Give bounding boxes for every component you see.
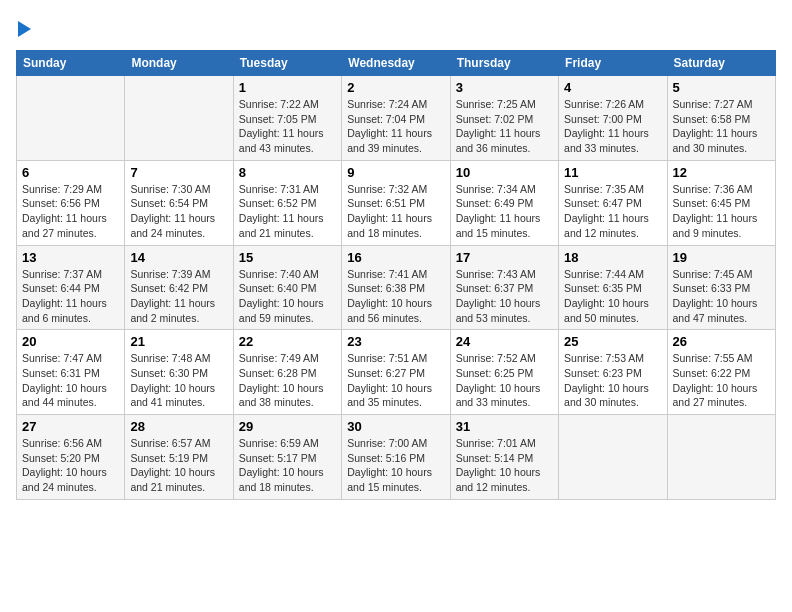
day-number: 27 xyxy=(22,419,119,434)
day-info: Sunrise: 7:48 AMSunset: 6:30 PMDaylight:… xyxy=(130,351,227,410)
day-info: Sunrise: 7:01 AMSunset: 5:14 PMDaylight:… xyxy=(456,436,553,495)
day-number: 31 xyxy=(456,419,553,434)
day-info: Sunrise: 7:35 AMSunset: 6:47 PMDaylight:… xyxy=(564,182,661,241)
calendar-cell: 31Sunrise: 7:01 AMSunset: 5:14 PMDayligh… xyxy=(450,415,558,500)
day-number: 21 xyxy=(130,334,227,349)
calendar-cell: 25Sunrise: 7:53 AMSunset: 6:23 PMDayligh… xyxy=(559,330,667,415)
day-info: Sunrise: 7:22 AMSunset: 7:05 PMDaylight:… xyxy=(239,97,336,156)
day-number: 3 xyxy=(456,80,553,95)
logo-text xyxy=(16,16,31,38)
calendar-week-2: 6Sunrise: 7:29 AMSunset: 6:56 PMDaylight… xyxy=(17,160,776,245)
calendar-cell: 8Sunrise: 7:31 AMSunset: 6:52 PMDaylight… xyxy=(233,160,341,245)
day-info: Sunrise: 7:30 AMSunset: 6:54 PMDaylight:… xyxy=(130,182,227,241)
calendar-week-3: 13Sunrise: 7:37 AMSunset: 6:44 PMDayligh… xyxy=(17,245,776,330)
calendar-cell: 20Sunrise: 7:47 AMSunset: 6:31 PMDayligh… xyxy=(17,330,125,415)
calendar-cell: 14Sunrise: 7:39 AMSunset: 6:42 PMDayligh… xyxy=(125,245,233,330)
calendar-cell: 26Sunrise: 7:55 AMSunset: 6:22 PMDayligh… xyxy=(667,330,775,415)
day-info: Sunrise: 7:44 AMSunset: 6:35 PMDaylight:… xyxy=(564,267,661,326)
day-number: 15 xyxy=(239,250,336,265)
calendar-cell: 30Sunrise: 7:00 AMSunset: 5:16 PMDayligh… xyxy=(342,415,450,500)
calendar-week-4: 20Sunrise: 7:47 AMSunset: 6:31 PMDayligh… xyxy=(17,330,776,415)
day-info: Sunrise: 7:45 AMSunset: 6:33 PMDaylight:… xyxy=(673,267,770,326)
day-number: 25 xyxy=(564,334,661,349)
day-number: 22 xyxy=(239,334,336,349)
calendar-cell: 6Sunrise: 7:29 AMSunset: 6:56 PMDaylight… xyxy=(17,160,125,245)
day-number: 16 xyxy=(347,250,444,265)
day-info: Sunrise: 7:34 AMSunset: 6:49 PMDaylight:… xyxy=(456,182,553,241)
col-header-wednesday: Wednesday xyxy=(342,51,450,76)
calendar-cell: 15Sunrise: 7:40 AMSunset: 6:40 PMDayligh… xyxy=(233,245,341,330)
day-number: 1 xyxy=(239,80,336,95)
calendar-cell xyxy=(17,76,125,161)
day-number: 24 xyxy=(456,334,553,349)
day-number: 18 xyxy=(564,250,661,265)
calendar-cell: 12Sunrise: 7:36 AMSunset: 6:45 PMDayligh… xyxy=(667,160,775,245)
calendar-cell: 23Sunrise: 7:51 AMSunset: 6:27 PMDayligh… xyxy=(342,330,450,415)
day-number: 5 xyxy=(673,80,770,95)
day-info: Sunrise: 7:36 AMSunset: 6:45 PMDaylight:… xyxy=(673,182,770,241)
calendar-cell: 27Sunrise: 6:56 AMSunset: 5:20 PMDayligh… xyxy=(17,415,125,500)
day-info: Sunrise: 6:57 AMSunset: 5:19 PMDaylight:… xyxy=(130,436,227,495)
day-number: 9 xyxy=(347,165,444,180)
day-number: 8 xyxy=(239,165,336,180)
calendar-cell: 17Sunrise: 7:43 AMSunset: 6:37 PMDayligh… xyxy=(450,245,558,330)
day-number: 4 xyxy=(564,80,661,95)
day-info: Sunrise: 7:00 AMSunset: 5:16 PMDaylight:… xyxy=(347,436,444,495)
col-header-sunday: Sunday xyxy=(17,51,125,76)
day-number: 26 xyxy=(673,334,770,349)
day-number: 23 xyxy=(347,334,444,349)
calendar-cell: 1Sunrise: 7:22 AMSunset: 7:05 PMDaylight… xyxy=(233,76,341,161)
day-number: 13 xyxy=(22,250,119,265)
calendar-cell: 21Sunrise: 7:48 AMSunset: 6:30 PMDayligh… xyxy=(125,330,233,415)
day-number: 7 xyxy=(130,165,227,180)
day-info: Sunrise: 7:39 AMSunset: 6:42 PMDaylight:… xyxy=(130,267,227,326)
day-info: Sunrise: 7:31 AMSunset: 6:52 PMDaylight:… xyxy=(239,182,336,241)
day-number: 11 xyxy=(564,165,661,180)
day-info: Sunrise: 7:43 AMSunset: 6:37 PMDaylight:… xyxy=(456,267,553,326)
logo-arrow-icon xyxy=(18,21,31,37)
page-header xyxy=(16,16,776,38)
day-number: 30 xyxy=(347,419,444,434)
day-number: 12 xyxy=(673,165,770,180)
calendar-cell: 5Sunrise: 7:27 AMSunset: 6:58 PMDaylight… xyxy=(667,76,775,161)
calendar-cell: 3Sunrise: 7:25 AMSunset: 7:02 PMDaylight… xyxy=(450,76,558,161)
calendar-week-1: 1Sunrise: 7:22 AMSunset: 7:05 PMDaylight… xyxy=(17,76,776,161)
day-info: Sunrise: 7:24 AMSunset: 7:04 PMDaylight:… xyxy=(347,97,444,156)
calendar-cell: 16Sunrise: 7:41 AMSunset: 6:38 PMDayligh… xyxy=(342,245,450,330)
day-info: Sunrise: 6:56 AMSunset: 5:20 PMDaylight:… xyxy=(22,436,119,495)
day-number: 28 xyxy=(130,419,227,434)
calendar-cell xyxy=(559,415,667,500)
day-number: 6 xyxy=(22,165,119,180)
day-info: Sunrise: 7:53 AMSunset: 6:23 PMDaylight:… xyxy=(564,351,661,410)
day-info: Sunrise: 7:47 AMSunset: 6:31 PMDaylight:… xyxy=(22,351,119,410)
col-header-tuesday: Tuesday xyxy=(233,51,341,76)
calendar-cell: 18Sunrise: 7:44 AMSunset: 6:35 PMDayligh… xyxy=(559,245,667,330)
calendar-cell: 4Sunrise: 7:26 AMSunset: 7:00 PMDaylight… xyxy=(559,76,667,161)
day-info: Sunrise: 7:40 AMSunset: 6:40 PMDaylight:… xyxy=(239,267,336,326)
calendar-cell: 24Sunrise: 7:52 AMSunset: 6:25 PMDayligh… xyxy=(450,330,558,415)
day-info: Sunrise: 7:29 AMSunset: 6:56 PMDaylight:… xyxy=(22,182,119,241)
day-info: Sunrise: 7:32 AMSunset: 6:51 PMDaylight:… xyxy=(347,182,444,241)
day-info: Sunrise: 7:27 AMSunset: 6:58 PMDaylight:… xyxy=(673,97,770,156)
day-number: 2 xyxy=(347,80,444,95)
col-header-saturday: Saturday xyxy=(667,51,775,76)
col-header-friday: Friday xyxy=(559,51,667,76)
day-number: 20 xyxy=(22,334,119,349)
day-info: Sunrise: 7:37 AMSunset: 6:44 PMDaylight:… xyxy=(22,267,119,326)
calendar-cell xyxy=(667,415,775,500)
day-number: 29 xyxy=(239,419,336,434)
day-number: 17 xyxy=(456,250,553,265)
day-info: Sunrise: 7:25 AMSunset: 7:02 PMDaylight:… xyxy=(456,97,553,156)
day-number: 19 xyxy=(673,250,770,265)
logo xyxy=(16,16,31,38)
calendar-header: SundayMondayTuesdayWednesdayThursdayFrid… xyxy=(17,51,776,76)
calendar-cell: 9Sunrise: 7:32 AMSunset: 6:51 PMDaylight… xyxy=(342,160,450,245)
col-header-thursday: Thursday xyxy=(450,51,558,76)
day-info: Sunrise: 7:41 AMSunset: 6:38 PMDaylight:… xyxy=(347,267,444,326)
calendar-cell: 19Sunrise: 7:45 AMSunset: 6:33 PMDayligh… xyxy=(667,245,775,330)
calendar-cell: 2Sunrise: 7:24 AMSunset: 7:04 PMDaylight… xyxy=(342,76,450,161)
calendar-table: SundayMondayTuesdayWednesdayThursdayFrid… xyxy=(16,50,776,500)
day-info: Sunrise: 7:49 AMSunset: 6:28 PMDaylight:… xyxy=(239,351,336,410)
calendar-cell: 28Sunrise: 6:57 AMSunset: 5:19 PMDayligh… xyxy=(125,415,233,500)
calendar-cell xyxy=(125,76,233,161)
